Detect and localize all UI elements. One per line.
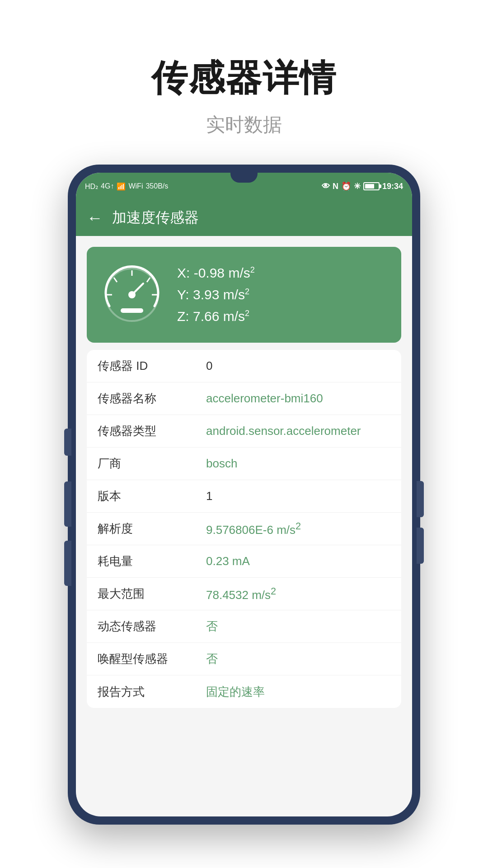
- phone-screen: HD₂ 4G↑ 📶 WiFi 350B/s 👁 N ⏰ ✳ 19:34 ← 加速…: [76, 173, 412, 816]
- svg-rect-8: [121, 308, 143, 313]
- volume-down-button[interactable]: [64, 481, 71, 527]
- detail-label-0: 传感器 ID: [98, 358, 206, 374]
- sensor-card: X: -0.98 m/s2 Y: 3.93 m/s2 Z: 7.66 m/s2: [87, 247, 401, 343]
- detail-row-3: 厂商bosch: [87, 448, 401, 480]
- alarm-icon: ⏰: [341, 181, 351, 191]
- nfc-icon: N: [333, 182, 338, 191]
- detail-label-5: 解析度: [98, 521, 206, 537]
- detail-value-5: 9.576806E-6 m/s2: [206, 520, 390, 537]
- detail-label-2: 传感器类型: [98, 423, 206, 439]
- detail-value-10: 固定的速率: [206, 684, 390, 700]
- page-header: 传感器详情 实时数据: [151, 54, 337, 137]
- detail-label-7: 最大范围: [98, 586, 206, 602]
- detail-row-4: 版本1: [87, 480, 401, 513]
- detail-value-9: 否: [206, 651, 390, 667]
- detail-label-8: 动态传感器: [98, 618, 206, 634]
- bluetooth-icon: ✳: [354, 181, 361, 191]
- signal-4g: 4G↑: [101, 182, 114, 190]
- phone-notch: [230, 173, 258, 183]
- detail-value-2: android.sensor.accelerometer: [206, 424, 390, 438]
- power-button[interactable]: [417, 481, 424, 517]
- detail-label-9: 唤醒型传感器: [98, 651, 206, 667]
- detail-label-1: 传感器名称: [98, 391, 206, 406]
- detail-row-8: 动态传感器否: [87, 610, 401, 643]
- detail-value-4: 1: [206, 489, 390, 503]
- detail-row-7: 最大范围78.4532 m/s2: [87, 578, 401, 610]
- speedometer-icon: [100, 263, 164, 326]
- svg-point-7: [128, 291, 136, 298]
- hd-indicator: HD₂: [85, 182, 98, 191]
- page-subtitle: 实时数据: [151, 112, 337, 137]
- detail-value-7: 78.4532 m/s2: [206, 585, 390, 602]
- status-right: 👁 N ⏰ ✳ 19:34: [322, 181, 403, 191]
- detail-label-4: 版本: [98, 488, 206, 504]
- detail-value-8: 否: [206, 618, 390, 634]
- detail-value-6: 0.23 mA: [206, 554, 390, 568]
- x-value: X: -0.98 m/s2: [177, 265, 388, 281]
- time-display: 19:34: [382, 182, 403, 191]
- detail-value-0: 0: [206, 359, 390, 373]
- volume-down-button-2[interactable]: [64, 541, 71, 586]
- detail-value-1: accelerometer-bmi160: [206, 392, 390, 406]
- wifi-icon: WiFi: [128, 182, 143, 190]
- detail-label-10: 报告方式: [98, 684, 206, 700]
- z-value: Z: 7.66 m/s2: [177, 309, 388, 324]
- detail-label-3: 厂商: [98, 456, 206, 472]
- back-button[interactable]: ←: [87, 208, 103, 227]
- eye-icon: 👁: [322, 182, 330, 191]
- app-bar: ← 加速度传感器: [76, 200, 412, 236]
- detail-row-1: 传感器名称accelerometer-bmi160: [87, 382, 401, 415]
- signal-bars: 📶: [117, 182, 126, 191]
- detail-row-2: 传感器类型android.sensor.accelerometer: [87, 415, 401, 448]
- y-value: Y: 3.93 m/s2: [177, 287, 388, 302]
- sensor-values: X: -0.98 m/s2 Y: 3.93 m/s2 Z: 7.66 m/s2: [177, 265, 388, 324]
- volume-up-button[interactable]: [64, 429, 71, 456]
- svg-line-4: [147, 278, 150, 282]
- page-title: 传感器详情: [151, 54, 337, 103]
- app-bar-title: 加速度传感器: [112, 208, 199, 228]
- detail-row-6: 耗电量0.23 mA: [87, 545, 401, 578]
- speed-indicator: 350B/s: [145, 182, 168, 190]
- detail-row-0: 传感器 ID0: [87, 350, 401, 382]
- status-left: HD₂ 4G↑ 📶 WiFi 350B/s: [85, 182, 168, 191]
- detail-label-6: 耗电量: [98, 553, 206, 569]
- power-button-2[interactable]: [417, 528, 424, 564]
- details-card: 传感器 ID0传感器名称accelerometer-bmi160传感器类型and…: [87, 350, 401, 708]
- detail-row-9: 唤醒型传感器否: [87, 643, 401, 675]
- detail-value-3: bosch: [206, 457, 390, 471]
- svg-line-2: [114, 278, 117, 282]
- detail-row-5: 解析度9.576806E-6 m/s2: [87, 513, 401, 545]
- phone-frame: HD₂ 4G↑ 📶 WiFi 350B/s 👁 N ⏰ ✳ 19:34 ← 加速…: [68, 165, 420, 825]
- battery-icon: [363, 182, 380, 190]
- detail-row-10: 报告方式固定的速率: [87, 675, 401, 708]
